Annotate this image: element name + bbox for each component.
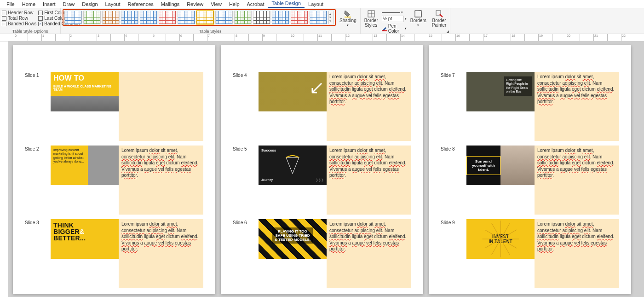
group-table-styles: ▴▾▾ Shading ▾ Table Styles: [61, 8, 361, 34]
tab-home[interactable]: Home: [18, 0, 39, 8]
table-style-thumb[interactable]: [310, 11, 327, 24]
table-style-thumb[interactable]: [215, 11, 233, 24]
group-label-tso: Table Style Options: [2, 29, 58, 34]
chevron-down-icon: ▾: [417, 23, 419, 27]
table-row: Slide 9INVESTIN TALENTLorem ipsum dolor …: [441, 219, 619, 288]
border-line-style[interactable]: ▾: [382, 10, 407, 15]
table-style-thumb[interactable]: [102, 11, 120, 24]
document-workspace[interactable]: Slide 1HOW TOBUILD A WORLD CLASS MARKETI…: [0, 41, 644, 297]
styles-more-button[interactable]: ▴▾▾: [328, 11, 334, 24]
table-style-thumb[interactable]: [178, 11, 195, 24]
slide-label: Slide 4: [233, 72, 259, 141]
table-row: Slide 8Surround yourself with talent.Lor…: [441, 146, 619, 215]
border-painter-button[interactable]: Border Painter: [430, 9, 448, 28]
table-style-thumb[interactable]: [234, 11, 252, 24]
tab-help[interactable]: Help: [225, 0, 243, 8]
slide-notes-cell[interactable]: [119, 72, 203, 141]
tab-draw[interactable]: Draw: [59, 0, 79, 8]
svg-rect-0: [345, 17, 351, 17]
chk-banded-rows-label: Banded Rows: [8, 21, 36, 26]
document-page: Slide 7Getting the Right People in the R…: [429, 45, 631, 294]
shading-icon: [344, 10, 352, 18]
shading-button[interactable]: Shading ▾: [338, 9, 358, 27]
slide-thumbnail[interactable]: PLAYING IT TOO SAFE USING TRIED & TESTED…: [259, 219, 327, 259]
table-row: Slide 4Lorem ipsum dolor sit amet, conse…: [233, 72, 411, 141]
slide-thumbnail[interactable]: Improving content marketing isn't about …: [51, 146, 119, 185]
slide-label: Slide 6: [233, 219, 259, 288]
group-label-styles: Table Styles: [63, 29, 358, 34]
tab-insert[interactable]: Insert: [39, 0, 59, 8]
table-row: Slide 5SuccessJourney❯❯❯Lorem ipsum dolo…: [233, 146, 411, 215]
border-styles-icon: [367, 10, 375, 18]
slide-label: Slide 7: [441, 72, 466, 141]
slide-label: Slide 3: [25, 219, 51, 288]
tab-acrobat[interactable]: Acrobat: [243, 0, 268, 8]
border-weight[interactable]: ½ pt▾: [382, 15, 407, 23]
slide-thumbnail[interactable]: INVESTIN TALENT: [466, 219, 535, 259]
tab-mailings[interactable]: Mailings: [157, 0, 183, 8]
chk-total-row-label: Total Row: [8, 16, 28, 21]
vertical-ruler[interactable]: [0, 41, 8, 297]
table-row: Slide 3THINKBIGGER&BETTER...Lorem ipsum …: [25, 219, 203, 288]
chk-total-row[interactable]: Total Row: [2, 16, 36, 21]
table-style-thumb[interactable]: [159, 11, 176, 24]
table-style-thumb[interactable]: [121, 11, 138, 24]
table-style-thumb[interactable]: [272, 11, 289, 24]
slide-notes-cell[interactable]: Lorem ipsum dolor sit amet, consectetur …: [119, 146, 203, 215]
borders-button[interactable]: Borders ▾: [408, 9, 428, 27]
table-styles-gallery-highlight: ▴▾▾: [63, 9, 336, 26]
slide-thumbnail[interactable]: SuccessJourney❯❯❯: [259, 146, 327, 185]
table-style-thumb[interactable]: [140, 11, 157, 24]
shading-label: Shading: [339, 18, 356, 23]
slide-thumbnail[interactable]: Surround yourself with talent.: [466, 146, 535, 185]
slide-label: Slide 2: [25, 146, 51, 215]
slide-thumbnail[interactable]: [259, 72, 327, 111]
tab-design[interactable]: Design: [78, 0, 101, 8]
slide-notes-cell[interactable]: Lorem ipsum dolor sit amet, consectetur …: [535, 219, 619, 288]
slide-label: Slide 1: [25, 72, 51, 141]
slide-thumbnail[interactable]: HOW TOBUILD A WORLD CLASS MARKETING TEAM: [51, 72, 119, 111]
chevron-down-icon: ▾: [347, 23, 349, 27]
slide-thumbnail[interactable]: Getting the Right People in the Right Se…: [466, 72, 535, 111]
group-borders: Border Styles ▾ ½ pt▾ Pen Color▾ Borders…: [361, 8, 451, 34]
borders-icon: [414, 10, 422, 18]
slide-notes-cell[interactable]: Lorem ipsum dolor sit amet, consectetur …: [119, 219, 203, 288]
horizontal-ruler[interactable]: 012345678910111213141516171819202122: [0, 34, 644, 41]
ribbon: Header Row Total Row Banded Rows First C…: [0, 8, 644, 34]
slide-notes-cell[interactable]: Lorem ipsum dolor sit amet, consectetur …: [535, 146, 619, 215]
table-row: Slide 2Improving content marketing isn't…: [25, 146, 203, 215]
pen-color-button[interactable]: Pen Color▾: [382, 23, 407, 34]
tab-layout-2[interactable]: Layout: [305, 0, 327, 8]
chk-header-row[interactable]: Header Row: [2, 10, 36, 15]
tab-view[interactable]: View: [207, 0, 225, 8]
slide-notes-cell[interactable]: Lorem ipsum dolor sit amet, consectetur …: [327, 219, 411, 288]
chk-banded-rows[interactable]: Banded Rows: [2, 21, 36, 26]
borders-dialog-launcher[interactable]: ◢: [446, 29, 449, 34]
table-style-thumb[interactable]: [83, 11, 101, 24]
svg-rect-5: [415, 11, 421, 17]
tab-references[interactable]: References: [124, 0, 157, 8]
slide-notes-cell[interactable]: Lorem ipsum dolor sit amet, consectetur …: [535, 72, 619, 141]
border-painter-label: Border Painter: [432, 18, 447, 28]
borders-label: Borders: [410, 18, 426, 23]
slide-notes-cell[interactable]: Lorem ipsum dolor sit amet, consectetur …: [327, 146, 411, 215]
tab-layout[interactable]: Layout: [102, 0, 124, 8]
tab-table-design[interactable]: Table Design: [268, 0, 305, 8]
table-style-thumb[interactable]: [196, 11, 214, 24]
border-styles-label: Border Styles: [364, 18, 378, 28]
slide-thumbnail[interactable]: THINKBIGGER&BETTER...: [51, 219, 119, 259]
border-styles-button[interactable]: Border Styles: [362, 9, 380, 28]
tab-review[interactable]: Review: [183, 0, 207, 8]
table-style-thumb[interactable]: [64, 11, 82, 24]
pen-color-label: Pen Color: [388, 23, 404, 34]
slide-notes-cell[interactable]: Lorem ipsum dolor sit amet, consectetur …: [327, 72, 411, 141]
document-page: Slide 4Lorem ipsum dolor sit amet, conse…: [221, 45, 423, 294]
document-page: Slide 1HOW TOBUILD A WORLD CLASS MARKETI…: [13, 45, 215, 294]
slide-label: Slide 5: [233, 146, 259, 215]
pen-color-icon: [382, 26, 387, 31]
table-style-thumb[interactable]: [291, 11, 308, 24]
table-row: Slide 6PLAYING IT TOO SAFE USING TRIED &…: [233, 219, 411, 288]
tab-file[interactable]: File: [3, 0, 18, 8]
chk-header-row-label: Header Row: [8, 10, 34, 15]
table-style-thumb[interactable]: [253, 11, 270, 24]
